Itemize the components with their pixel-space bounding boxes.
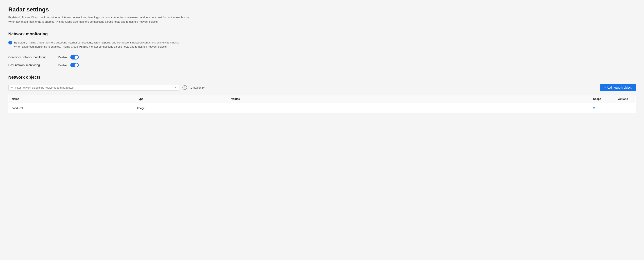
page-description: By default, Prisma Cloud monitors outbou… bbox=[8, 15, 196, 24]
col-header-actions: Actions bbox=[615, 95, 636, 103]
network-objects-section: Network objects ▼ ✕ ? 1 total entry + Ad… bbox=[8, 75, 636, 113]
network-monitoring-section-title: Network monitoring bbox=[8, 32, 636, 36]
cell-values bbox=[228, 103, 590, 113]
total-entries: 1 total entry bbox=[190, 86, 597, 89]
info-box: i By default, Prisma Cloud monitors outb… bbox=[8, 40, 636, 49]
help-icon[interactable]: ? bbox=[182, 85, 187, 90]
clear-icon[interactable]: ✕ bbox=[174, 86, 177, 89]
cell-scope[interactable]: ≡ bbox=[590, 103, 615, 113]
info-icon: i bbox=[8, 41, 12, 44]
host-monitoring-toggle-label: Enabled bbox=[58, 64, 68, 67]
filter-icon: ▼ bbox=[10, 86, 13, 89]
cell-type: Image bbox=[134, 103, 228, 113]
col-header-type: Type bbox=[134, 95, 228, 103]
container-monitoring-label: Container network monitoring bbox=[8, 55, 54, 59]
actions-menu-button[interactable]: ··· bbox=[618, 106, 622, 110]
scope-icon[interactable]: ≡ bbox=[593, 106, 595, 110]
container-monitoring-toggle-label: Enabled bbox=[58, 56, 68, 59]
host-monitoring-label: Host network monitoring bbox=[8, 63, 54, 67]
filter-row: ▼ ✕ ? 1 total entry + Add network object bbox=[8, 84, 636, 91]
container-monitoring-row: Container network monitoring Enabled bbox=[8, 55, 636, 59]
host-monitoring-toggle[interactable] bbox=[70, 63, 79, 67]
page-title: Radar settings bbox=[8, 6, 636, 13]
add-network-object-button[interactable]: + Add network object bbox=[600, 84, 636, 91]
filter-input-wrapper: ▼ ✕ bbox=[8, 85, 179, 91]
container-monitoring-toggle[interactable] bbox=[70, 55, 79, 59]
info-text: By default, Prisma Cloud monitors outbou… bbox=[14, 40, 180, 49]
filter-input[interactable] bbox=[15, 86, 173, 89]
table-row: saad-test Image ≡ ··· bbox=[8, 103, 636, 113]
cell-name: saad-test bbox=[8, 103, 134, 113]
network-objects-section-title: Network objects bbox=[8, 75, 636, 80]
table-header-row: Name Type Values Scope Actions bbox=[8, 95, 636, 103]
col-header-values: Values bbox=[228, 95, 590, 103]
col-header-scope: Scope bbox=[590, 95, 615, 103]
network-objects-table: Name Type Values Scope Actions saad-test… bbox=[8, 95, 636, 113]
cell-actions[interactable]: ··· bbox=[615, 103, 636, 113]
container-monitoring-toggle-group: Enabled bbox=[58, 55, 79, 59]
host-monitoring-toggle-group: Enabled bbox=[58, 63, 79, 67]
host-monitoring-row: Host network monitoring Enabled bbox=[8, 63, 636, 67]
col-header-name: Name bbox=[8, 95, 134, 103]
